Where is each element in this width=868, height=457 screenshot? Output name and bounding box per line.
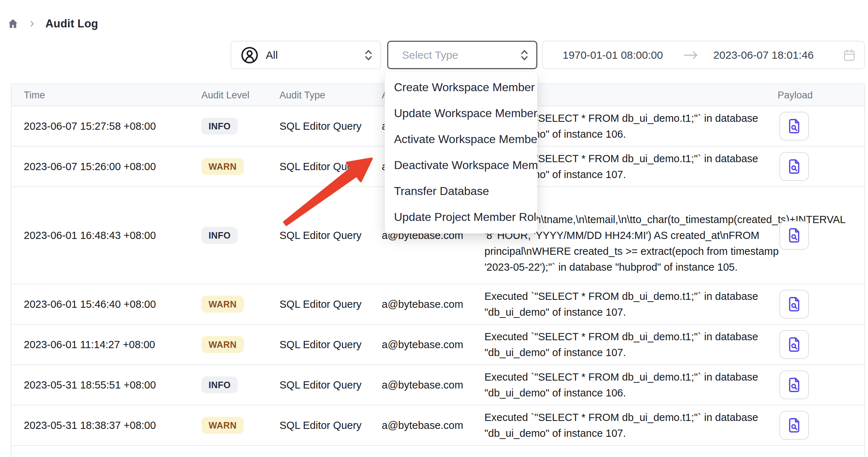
payload-view-button[interactable]: [779, 371, 809, 399]
document-search-icon: [786, 296, 802, 312]
audit-level-badge: INFO: [201, 377, 238, 394]
payload-view-button[interactable]: [779, 152, 809, 181]
table-row: 2023-06-01 15:46:40 +08:00 WARN SQL Edit…: [12, 284, 864, 325]
document-search-icon: [786, 118, 802, 134]
audit-time: 2023-05-31 18:38:37 +08:00: [24, 420, 156, 431]
audit-actor: a@bytebase.com: [382, 339, 463, 351]
column-header-type: Audit Type: [279, 89, 325, 101]
audit-type: SQL Editor Query: [279, 120, 362, 132]
audit-type: SQL Editor Query: [279, 161, 362, 173]
actor-filter-select[interactable]: All: [231, 41, 381, 69]
table-row: 2023-05-31 18:55:51 +08:00 INFO SQL Edit…: [12, 365, 864, 405]
audit-level-badge: WARN: [201, 296, 244, 313]
filter-bar: All Select Type 1970-01-01 08:00:00 2023…: [0, 41, 868, 69]
menu-item-update-project-member-role[interactable]: Update Project Member Role: [385, 204, 537, 230]
document-search-icon: [786, 158, 802, 175]
audit-actor: a@bytebase.com: [382, 420, 463, 431]
audit-type: SQL Editor Query: [279, 339, 362, 351]
user-circle-icon: [241, 46, 259, 64]
menu-item-create-workspace-member[interactable]: Create Workspace Member: [385, 74, 537, 100]
column-header-level: Audit Level: [201, 89, 250, 101]
payload-view-button[interactable]: [779, 221, 809, 250]
page-title: Audit Log: [45, 17, 98, 30]
column-header-payload: Payload: [778, 89, 813, 101]
audit-level-badge: INFO: [201, 227, 238, 244]
audit-time: 2023-06-01 16:48:43 +08:00: [24, 230, 156, 241]
payload-view-button[interactable]: [779, 330, 809, 359]
audit-type: SQL Editor Query: [279, 230, 362, 241]
audit-time: 2023-06-07 15:27:58 +08:00: [24, 120, 156, 132]
audit-level-badge: WARN: [201, 417, 244, 434]
audit-time: 2023-05-31 18:55:51 +08:00: [24, 379, 156, 391]
audit-type: SQL Editor Query: [279, 420, 362, 431]
payload-view-button[interactable]: [779, 411, 809, 440]
audit-actor: a@bytebase.com: [382, 379, 463, 391]
date-range-start[interactable]: 1970-01-01 08:00:00: [563, 49, 663, 61]
actor-filter-value: All: [266, 49, 364, 61]
arrow-right-icon: [683, 50, 698, 61]
breadcrumb: Audit Log: [7, 16, 98, 32]
calendar-icon[interactable]: [842, 48, 856, 62]
document-search-icon: [786, 377, 802, 393]
date-range-picker[interactable]: 1970-01-01 08:00:00 2023-06-07 18:01:46: [542, 41, 865, 69]
audit-comment: Executed `"SELECT * FROM db_ui_demo.t1;"…: [484, 369, 783, 401]
table-row: 2023-06-01 11:14:27 +08:00 WARN SQL Edit…: [12, 325, 864, 365]
document-search-icon: [786, 227, 802, 244]
payload-view-button[interactable]: [779, 290, 809, 319]
updown-chevrons-icon: [364, 49, 373, 61]
audit-level-badge: INFO: [201, 118, 238, 135]
audit-actor: a@bytebase.com: [382, 298, 463, 310]
updown-chevrons-icon: [520, 49, 529, 61]
type-dropdown-menu: Create Workspace Member Update Workspace…: [385, 72, 537, 234]
column-header-time: Time: [24, 89, 45, 101]
audit-type: SQL Editor Query: [279, 379, 362, 391]
audit-type: SQL Editor Query: [279, 298, 362, 310]
table-row: [12, 446, 864, 453]
payload-view-button[interactable]: [779, 112, 809, 141]
audit-time: 2023-06-01 15:46:40 +08:00: [24, 298, 156, 310]
audit-log-page: Audit Log All Select Type 1970-01-01 08:…: [0, 0, 868, 457]
menu-item-deactivate-workspace-member[interactable]: Deactivate Workspace Member: [385, 152, 537, 178]
audit-level-badge: WARN: [201, 336, 244, 353]
audit-level-badge: WARN: [201, 158, 244, 175]
menu-item-update-workspace-member[interactable]: Update Workspace Member: [385, 100, 537, 126]
date-range-end[interactable]: 2023-06-07 18:01:46: [713, 49, 814, 61]
type-filter-placeholder: Select Type: [402, 49, 520, 61]
type-filter-select[interactable]: Select Type: [387, 41, 537, 69]
audit-time: 2023-06-07 15:26:00 +08:00: [24, 161, 156, 173]
audit-comment: Executed `"SELECT * FROM db_ui_demo.t1;"…: [484, 288, 783, 320]
document-search-icon: [786, 336, 802, 353]
audit-time: 2023-06-01 11:14:27 +08:00: [24, 339, 155, 351]
chevron-right-icon: [28, 20, 36, 28]
document-search-icon: [786, 417, 802, 434]
audit-comment: Executed `"SELECT * FROM db_ui_demo.t1;"…: [484, 329, 783, 360]
menu-item-activate-workspace-member[interactable]: Activate Workspace Member: [385, 126, 537, 152]
home-icon[interactable]: [7, 18, 19, 30]
table-row: 2023-05-31 18:38:37 +08:00 WARN SQL Edit…: [12, 405, 864, 446]
audit-comment: Executed `"SELECT * FROM db_ui_demo.t1;"…: [484, 409, 783, 441]
menu-item-transfer-database[interactable]: Transfer Database: [385, 178, 537, 204]
